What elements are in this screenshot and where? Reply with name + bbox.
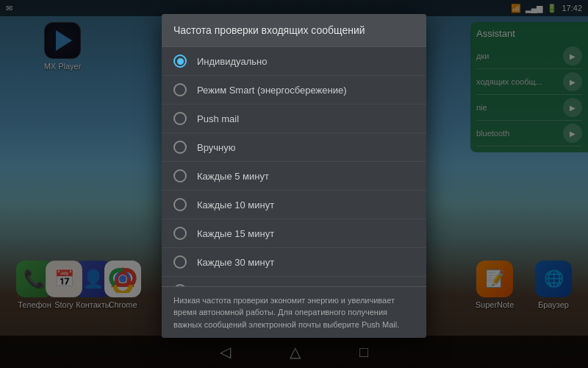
dialog-option-30min[interactable]: Каждые 30 минут: [162, 248, 426, 277]
radio-30min: [173, 255, 187, 269]
option-label-5min: Каждые 5 минут: [197, 171, 269, 182]
radio-5min: [173, 169, 187, 183]
option-label-push: Push mail: [197, 113, 239, 124]
dialog-option-smart[interactable]: Режим Smart (энергосбережение): [162, 76, 426, 105]
option-label-smart: Режим Smart (энергосбережение): [197, 85, 347, 96]
radio-10min: [173, 198, 187, 211]
radio-15min: [173, 227, 187, 240]
radio-push: [173, 112, 187, 125]
dialog-option-1hour[interactable]: Каждый час: [162, 277, 426, 286]
dialog-footer-text: Низкая частота проверки экономит энергию…: [173, 294, 415, 331]
dialog-option-manual[interactable]: Вручную: [162, 133, 426, 162]
email-check-dialog: Частота проверки входящих сообщений Инди…: [162, 14, 426, 338]
option-label-30min: Каждые 30 минут: [197, 257, 274, 268]
dialog-title: Частота проверки входящих сообщений: [162, 14, 426, 47]
option-label-15min: Каждые 15 минут: [197, 228, 274, 239]
dialog-option-push[interactable]: Push mail: [162, 105, 426, 133]
option-label-10min: Каждые 10 минут: [197, 199, 274, 210]
radio-individually: [173, 54, 187, 68]
radio-manual: [173, 141, 187, 154]
dialog-footer: Низкая частота проверки экономит энергию…: [162, 286, 426, 339]
radio-smart: [173, 83, 187, 96]
dialog-options-list: ИндивидуальноРежим Smart (энергосбережен…: [162, 47, 426, 286]
option-label-manual: Вручную: [197, 142, 235, 153]
dialog-option-individually[interactable]: Индивидуально: [162, 47, 426, 76]
dialog-option-5min[interactable]: Каждые 5 минут: [162, 162, 426, 191]
dialog-overlay: Частота проверки входящих сообщений Инди…: [0, 0, 588, 368]
dialog-option-10min[interactable]: Каждые 10 минут: [162, 191, 426, 219]
dialog-option-15min[interactable]: Каждые 15 минут: [162, 219, 426, 248]
option-label-individually: Индивидуально: [197, 56, 267, 67]
